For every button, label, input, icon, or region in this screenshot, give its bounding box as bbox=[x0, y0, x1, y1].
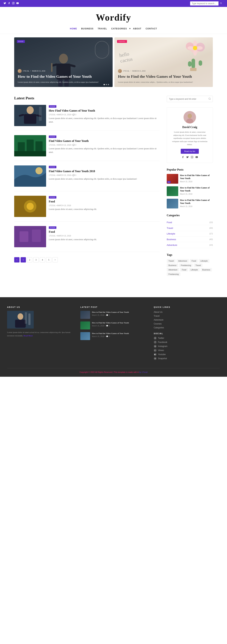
tag[interactable]: Food bbox=[180, 268, 188, 272]
pagination-prev[interactable]: < bbox=[14, 257, 20, 262]
tag[interactable]: Lifestyle bbox=[199, 259, 209, 263]
tag[interactable]: Business bbox=[200, 268, 212, 272]
hero-2-content: 17OCAL • MARCH 15, 2018 How to Find the … bbox=[114, 66, 213, 87]
twitter-link[interactable] bbox=[4, 2, 6, 5]
svg-rect-57 bbox=[25, 312, 27, 324]
pagination-page-1[interactable]: 1 bbox=[21, 257, 26, 262]
tag[interactable]: Lifestyle bbox=[189, 268, 199, 272]
tag[interactable]: Freelancing bbox=[167, 272, 180, 276]
author-instagram[interactable] bbox=[191, 156, 193, 159]
pagination-next[interactable]: > bbox=[53, 257, 58, 262]
categories-section: Categories Food (12) Travel (22) Lifesty… bbox=[167, 214, 213, 248]
nav-about[interactable]: ABOUT bbox=[133, 28, 141, 30]
nav-home[interactable]: HOME bbox=[70, 28, 77, 30]
post-1-author: 17OCAL bbox=[49, 114, 56, 116]
pagination-page-4[interactable]: 4 bbox=[40, 257, 45, 262]
nav-categories[interactable]: CATEGORIES bbox=[111, 28, 127, 30]
category-lifestyle-link[interactable]: Lifestyle bbox=[167, 232, 175, 235]
footer-author-link[interactable]: by 17ocal bbox=[139, 371, 148, 373]
post-1-body: FOOD How Find Video Games of Your Youth … bbox=[49, 105, 160, 126]
footer-about: ABOUT US Lorem ipsum dolor sit amet sa k… bbox=[7, 306, 73, 361]
footer-post-1-title[interactable]: How to Find the Video Games of Your Yout… bbox=[92, 311, 129, 314]
top-search-button[interactable] bbox=[218, 2, 223, 6]
pagination-page-3[interactable]: 3 bbox=[33, 257, 39, 262]
svg-rect-55 bbox=[15, 320, 26, 328]
svg-rect-43 bbox=[20, 231, 28, 242]
nav-contact[interactable]: CONTACT bbox=[146, 28, 157, 30]
youtube-link[interactable] bbox=[16, 2, 19, 5]
tag[interactable]: Travel bbox=[167, 259, 176, 263]
pagination-page-5[interactable]: 5 bbox=[46, 257, 51, 262]
hero-dot-3[interactable] bbox=[108, 84, 109, 85]
top-search-input[interactable] bbox=[190, 2, 218, 6]
post-3-title[interactable]: Find Video Games of Your Youth 2018 bbox=[49, 169, 160, 173]
hero-1-category: FOOD bbox=[17, 40, 25, 43]
post-card: FOOD Find Video Games of Your Youth 17OC… bbox=[14, 135, 160, 161]
hero-slide-2[interactable]: hellocactus TRAVEL 17OCAL • MARCH 15, 20… bbox=[114, 37, 213, 87]
sidebar-search-button[interactable] bbox=[207, 96, 213, 102]
category-item: Adventure (14) bbox=[167, 242, 213, 248]
footer-latest-posts: LATEST POST How to Find the Video Games … bbox=[80, 306, 146, 361]
category-adventure-link[interactable]: Adventure bbox=[167, 244, 177, 246]
author-youtube[interactable] bbox=[195, 156, 198, 159]
tag[interactable]: Travel bbox=[194, 264, 202, 267]
post-1-title[interactable]: How Find Video Games of Your Youth bbox=[49, 109, 160, 113]
footer-twitter-link[interactable]: ✦ Twitter bbox=[154, 337, 220, 340]
svg-rect-36 bbox=[14, 151, 46, 156]
popular-post: How to Find the Video Games of Your Yout… bbox=[167, 199, 213, 208]
hero-dots bbox=[104, 84, 109, 85]
footer-vimeo-link[interactable]: ▷ Vimeo bbox=[154, 349, 220, 352]
popular-post-3-title[interactable]: How to Find the Video Games of Your Yout… bbox=[180, 199, 213, 205]
top-search[interactable] bbox=[190, 2, 223, 6]
hero-1-avatar bbox=[18, 69, 22, 73]
post-2-title[interactable]: Find Video Games of Your Youth bbox=[49, 139, 160, 143]
tag[interactable]: Freelancing bbox=[179, 264, 193, 267]
footer-post-2-title[interactable]: How to Find the Video Games of Your Yout… bbox=[92, 322, 129, 324]
instagram-link[interactable] bbox=[12, 2, 15, 5]
post-3-body: FOOD Find Video Games of Your Youth 2018… bbox=[49, 166, 160, 187]
footer-snapshot-link[interactable]: ● Snapshot bbox=[154, 357, 220, 360]
nav-travel[interactable]: TRAVEL bbox=[98, 28, 107, 30]
pagination-page-2[interactable]: 2 bbox=[27, 257, 32, 262]
footer-link-categories[interactable]: Categories bbox=[154, 326, 220, 329]
footer-link-about[interactable]: About Us bbox=[154, 311, 220, 313]
hero-slider: FOOD 17OCAL • MARCH 15, 2018 How to Find… bbox=[7, 34, 220, 90]
author-facebook[interactable] bbox=[182, 156, 184, 159]
sidebar-search[interactable] bbox=[167, 96, 213, 102]
footer-link-courses[interactable]: Courses bbox=[154, 322, 220, 325]
category-business-link[interactable]: Business bbox=[167, 238, 176, 241]
footer-instagram-link[interactable]: ◎ Instagram bbox=[154, 345, 220, 348]
tag[interactable]: Food bbox=[190, 259, 198, 263]
footer-link-adventure[interactable]: Adventure bbox=[154, 319, 220, 321]
hero-2-excerpt: Lorem ipsum dolor sit amet, consectetur … bbox=[118, 80, 209, 84]
categories-title: Categories bbox=[167, 214, 213, 217]
category-food-link[interactable]: Food bbox=[167, 221, 172, 224]
hero-dot-2[interactable] bbox=[106, 84, 107, 85]
facebook-link[interactable] bbox=[8, 2, 10, 5]
main-container: Latest Posts FOOD How Find Video Games o… bbox=[7, 90, 220, 286]
footer-read-more-link[interactable]: Read More bbox=[24, 334, 33, 337]
tags-title: Tags bbox=[167, 253, 213, 256]
nav-business[interactable]: BUSINESS bbox=[81, 28, 93, 30]
post-4-title[interactable]: Food bbox=[49, 200, 160, 204]
footer-post-3-title[interactable]: How to Find the Video Games of Your Yout… bbox=[92, 332, 129, 335]
post-card: FOOD Food 17OCAL • MARCH 15, 2018 Lorem … bbox=[14, 226, 160, 252]
popular-post-1-title[interactable]: How to Find the Video Games of Your Yout… bbox=[180, 174, 213, 180]
category-travel-link[interactable]: Travel bbox=[167, 227, 173, 229]
post-3-excerpt: Lorem ipsum dolor sit amet, consectetur … bbox=[49, 177, 160, 181]
hero-dot-1[interactable] bbox=[104, 84, 105, 85]
tag[interactable]: Adventure bbox=[167, 268, 179, 272]
footer-facebook-link[interactable]: f Facebook bbox=[154, 341, 220, 344]
tag[interactable]: Business bbox=[167, 264, 178, 267]
post-4-excerpt: Lorem ipsum dolor sit amet, consectetur … bbox=[49, 208, 160, 211]
post-5-title[interactable]: Food bbox=[49, 230, 160, 234]
author-twitter[interactable] bbox=[186, 156, 189, 159]
sidebar-search-input[interactable] bbox=[167, 96, 207, 102]
hero-2-avatar bbox=[118, 69, 122, 73]
popular-post-2-title[interactable]: How to Find the Video Games of Your Yout… bbox=[180, 186, 213, 192]
hero-slide-1[interactable]: FOOD 17OCAL • MARCH 15, 2018 How to Find… bbox=[14, 37, 113, 87]
footer-link-travel[interactable]: Travel bbox=[154, 315, 220, 317]
tag[interactable]: Adventure bbox=[176, 259, 189, 263]
footer-youtube-link[interactable]: ▶ Youtube bbox=[154, 353, 220, 356]
read-bio-button[interactable]: Read my bio bbox=[181, 149, 199, 154]
